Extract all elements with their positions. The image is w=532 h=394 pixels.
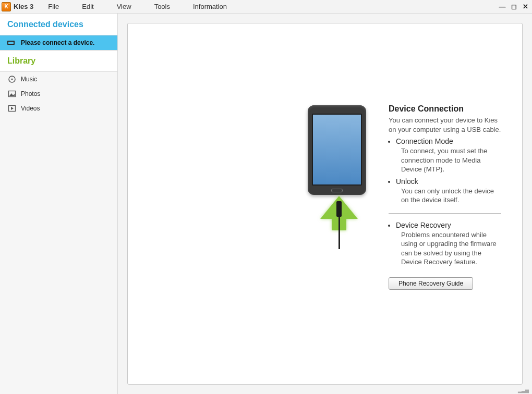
phone-connect-illustration (308, 105, 370, 249)
phone-screen-icon (312, 114, 362, 186)
tip-desc: To connect, you must set the connection … (401, 146, 501, 174)
phone-recovery-guide-button[interactable]: Phone Recovery Guide (389, 277, 473, 290)
close-icon[interactable]: ✕ (522, 3, 529, 10)
usb-wire-icon (338, 217, 340, 249)
content-panel: Device Connection You can connect your d… (127, 23, 523, 385)
sidebar-item-label: Please connect a device. (21, 39, 94, 46)
sidebar-item-photos[interactable]: Photos (0, 87, 117, 101)
menu-edit[interactable]: Edit (82, 3, 93, 10)
svg-marker-5 (9, 93, 15, 96)
app-title: Kies 3 (14, 3, 33, 10)
minimize-icon[interactable]: — (499, 3, 506, 10)
usb-plug-icon (336, 201, 342, 217)
content-area: Device Connection You can connect your d… (118, 14, 532, 394)
svg-rect-1 (8, 42, 14, 44)
divider-line (389, 213, 501, 214)
instruction-block: Device Connection You can connect your d… (389, 104, 501, 290)
tip-desc: You can only unlock the device on the de… (401, 187, 501, 205)
sidebar: Connected devices Please connect a devic… (0, 14, 118, 394)
phone-body-icon (308, 105, 366, 195)
status-bar-signal-icon: ▂▃▅ (518, 388, 529, 393)
tip-unlock: Unlock You can only unlock the device on… (396, 177, 501, 205)
window-controls: — ◻ ✕ (499, 0, 529, 13)
tip-title: Connection Mode (396, 137, 453, 145)
music-icon (7, 75, 17, 83)
recovery-list: Device Recovery Problems encountered whi… (396, 221, 501, 267)
title-bar: K Kies 3 File Edit View Tools Informatio… (0, 0, 532, 14)
tip-connection-mode: Connection Mode To connect, you must set… (396, 137, 501, 174)
maximize-icon[interactable]: ◻ (510, 3, 517, 10)
menu-bar: File Edit View Tools Information (48, 3, 227, 10)
menu-file[interactable]: File (48, 3, 59, 10)
svg-point-3 (11, 79, 13, 80)
sidebar-item-music[interactable]: Music (0, 72, 117, 87)
device-icon (7, 39, 17, 47)
recovery-desc: Problems encountered while using or upgr… (401, 230, 501, 267)
tip-device-recovery: Device Recovery Problems encountered whi… (396, 221, 501, 267)
photos-icon (7, 90, 17, 98)
sidebar-item-videos[interactable]: Videos (0, 101, 117, 116)
sidebar-header-library: Library (0, 50, 117, 72)
sidebar-header-devices: Connected devices (0, 14, 117, 35)
phone-home-button-icon (331, 189, 343, 192)
content-heading: Device Connection (389, 104, 501, 114)
recovery-title: Device Recovery (396, 221, 451, 229)
menu-information[interactable]: Information (193, 3, 227, 10)
content-tips-list: Connection Mode To connect, you must set… (396, 137, 501, 205)
content-intro: You can connect your device to Kies on y… (389, 116, 501, 134)
sidebar-item-connect-device[interactable]: Please connect a device. (0, 35, 117, 50)
menu-tools[interactable]: Tools (154, 3, 170, 10)
menu-view[interactable]: View (117, 3, 131, 10)
tip-title: Unlock (396, 177, 418, 186)
app-logo-icon: K (2, 2, 11, 11)
sidebar-item-label: Photos (21, 90, 40, 97)
sidebar-item-label: Music (21, 76, 37, 83)
sidebar-item-label: Videos (21, 105, 40, 112)
videos-icon (7, 104, 17, 113)
svg-marker-7 (11, 107, 14, 110)
